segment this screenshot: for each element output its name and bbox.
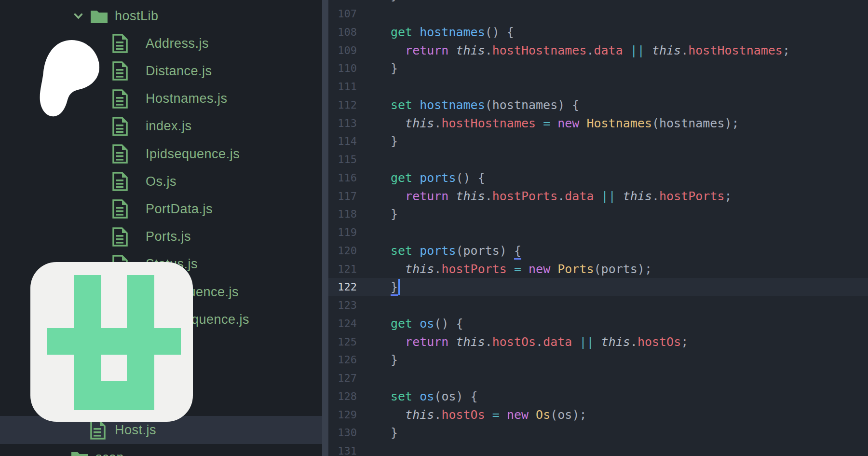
tree-item-PortData-js[interactable]: PortData.js <box>0 195 322 223</box>
hash-badge-logo <box>30 262 193 422</box>
tree-item-label: PortData.js <box>146 202 213 217</box>
line-number-112[interactable]: 112 <box>328 96 357 114</box>
folder-icon <box>71 451 88 456</box>
code-line-108[interactable]: get hostnames() { <box>391 23 514 41</box>
line-number-121[interactable]: 121 <box>328 260 357 278</box>
line-number-126[interactable]: 126 <box>328 351 357 369</box>
code-line-117[interactable]: return this.hostPorts.data || this.hostP… <box>391 187 732 206</box>
tree-item-label: scan <box>95 450 124 456</box>
line-number-107[interactable]: 107 <box>328 5 357 23</box>
folder-icon <box>91 9 108 23</box>
tree-item-label: Ports.js <box>146 229 191 244</box>
file-icon <box>90 420 106 440</box>
code-line-120[interactable]: set ports(ports) { <box>391 242 521 260</box>
file-icon <box>112 89 128 109</box>
line-number-129[interactable]: 129 <box>328 406 357 424</box>
file-icon <box>112 117 128 136</box>
line-number-111[interactable]: 111 <box>328 78 357 96</box>
code-line-122[interactable]: } <box>391 278 398 296</box>
code-line-125[interactable]: return this.hostOs.data || this.hostOs; <box>391 333 688 351</box>
line-number-125[interactable]: 125 <box>328 333 357 351</box>
line-number-123[interactable]: 123 <box>328 296 357 315</box>
code-line-129[interactable]: this.hostOs = new Os(os); <box>391 406 587 424</box>
tree-item-hostLib[interactable]: hostLib <box>0 2 322 30</box>
tree-item-Ipidsequence-js[interactable]: Ipidsequence.js <box>0 140 322 168</box>
tree-item-label: Distance.js <box>146 64 212 79</box>
line-number-118[interactable]: 118 <box>328 205 357 223</box>
code-line-113[interactable]: this.hostHostnames = new Hostnames(hostn… <box>391 114 739 133</box>
file-icon <box>112 144 128 164</box>
tree-item-label: Os.js <box>146 174 176 189</box>
line-number-115[interactable]: 115 <box>328 151 357 169</box>
line-number-124[interactable]: 124 <box>328 315 357 333</box>
file-icon <box>112 61 128 81</box>
line-number-130[interactable]: 130 <box>328 424 357 442</box>
file-icon <box>112 172 128 191</box>
code-line-118[interactable]: } <box>391 205 398 223</box>
code-line-121[interactable]: this.hostPorts = new Ports(ports); <box>391 260 652 278</box>
code-line-106[interactable]: } <box>391 0 398 5</box>
code-line-116[interactable]: get ports() { <box>391 169 485 187</box>
line-number-128[interactable]: 128 <box>328 387 357 406</box>
active-line-highlight <box>328 278 868 296</box>
file-icon <box>112 227 128 247</box>
line-number-108[interactable]: 108 <box>328 23 357 41</box>
line-number-122[interactable]: 122 <box>328 278 357 296</box>
tree-item-label: index.js <box>146 119 192 134</box>
tree-item-label: Address.js <box>146 36 209 51</box>
code-line-114[interactable]: } <box>391 132 398 151</box>
line-number-116[interactable]: 116 <box>328 169 357 187</box>
code-line-128[interactable]: set os(os) { <box>391 387 478 406</box>
patreon-blob-logo <box>39 40 101 121</box>
code-editor[interactable]: }107108get hostnames() {109 return this.… <box>328 0 868 456</box>
tree-item-scan[interactable]: scan <box>0 443 322 456</box>
line-number-109[interactable]: 109 <box>328 41 357 60</box>
tree-item-Os-js[interactable]: Os.js <box>0 167 322 195</box>
line-number-113[interactable]: 113 <box>328 114 357 133</box>
file-icon <box>112 199 128 219</box>
panel-resize-handle[interactable] <box>322 0 328 456</box>
code-line-110[interactable]: } <box>391 59 398 78</box>
tree-item-label: Hostnames.js <box>146 91 228 106</box>
line-number-114[interactable]: 114 <box>328 132 357 151</box>
tree-item-label: Host.js <box>115 423 156 438</box>
line-number-127[interactable]: 127 <box>328 369 357 387</box>
line-number-120[interactable]: 120 <box>328 242 357 260</box>
tree-item-label: Ipidsequence.js <box>146 147 240 162</box>
line-number-110[interactable]: 110 <box>328 59 357 78</box>
text-cursor <box>398 279 400 295</box>
line-number-119[interactable]: 119 <box>328 223 357 242</box>
line-number-131[interactable]: 131 <box>328 442 357 456</box>
code-line-109[interactable]: return this.hostHostnames.data || this.h… <box>391 41 790 60</box>
tree-item-Ports-js[interactable]: Ports.js <box>0 223 322 251</box>
code-line-126[interactable]: } <box>391 351 398 369</box>
code-line-112[interactable]: set hostnames(hostnames) { <box>391 96 579 114</box>
file-icon <box>112 34 128 53</box>
line-number-117[interactable]: 117 <box>328 187 357 206</box>
chevron-down-icon <box>74 13 83 19</box>
code-line-124[interactable]: get os() { <box>391 315 463 333</box>
tree-item-label: hostLib <box>115 9 159 24</box>
code-line-130[interactable]: } <box>391 424 398 442</box>
